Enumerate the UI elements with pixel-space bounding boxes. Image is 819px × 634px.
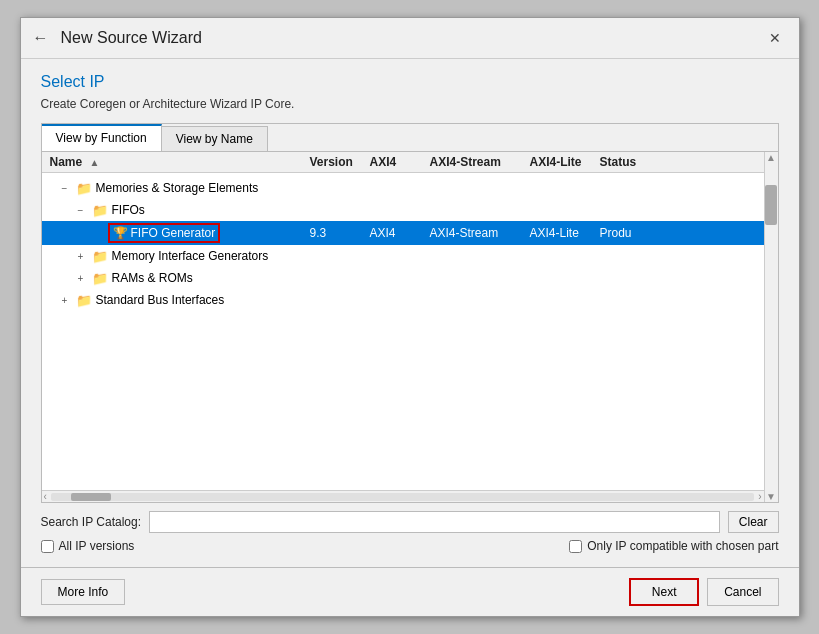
main-dialog: ← New Source Wizard ✕ Select IP Create C… xyxy=(20,17,800,617)
horizontal-scrollbar[interactable]: ‹ › xyxy=(42,490,764,502)
only-compatible-label[interactable]: Only IP compatible with chosen part xyxy=(569,539,778,553)
item-icon: 🏆 xyxy=(113,226,128,240)
footer-right: Next Cancel xyxy=(629,578,778,606)
col-axi4stream: AXI4-Stream xyxy=(426,155,526,169)
folder-icon: 📁 xyxy=(76,293,92,308)
title-bar: ← New Source Wizard ✕ xyxy=(21,18,799,59)
panel-inner: Name ▲ Version AXI4 AXI4-Stream AXI4-Lit… xyxy=(42,152,764,502)
back-button[interactable]: ← xyxy=(33,29,49,47)
folder-icon: 📁 xyxy=(92,249,108,264)
col-name: Name ▲ xyxy=(46,155,306,169)
search-input[interactable] xyxy=(149,511,720,533)
table-row-fifo-generator[interactable]: 🏆 FIFO Generator 9.3 AXI4 AXI4-Stream AX… xyxy=(42,221,764,245)
folder-icon: 📁 xyxy=(92,271,108,286)
expand-icon: − xyxy=(78,205,88,216)
all-ip-versions-label[interactable]: All IP versions xyxy=(41,539,135,553)
footer-left: More Info xyxy=(41,579,126,605)
row-label: Memory Interface Generators xyxy=(112,249,269,263)
table-row[interactable]: + 📁 RAMs & ROMs xyxy=(42,267,764,289)
next-button[interactable]: Next xyxy=(629,578,699,606)
row-label: Memories & Storage Elements xyxy=(96,181,259,195)
tab-view-by-name[interactable]: View by Name xyxy=(162,126,268,151)
tree-body: − 📁 Memories & Storage Elements xyxy=(42,177,764,311)
h-scroll-thumb xyxy=(71,493,111,501)
col-axi4lite: AXI4-Lite xyxy=(526,155,596,169)
tree-area[interactable]: − 📁 Memories & Storage Elements xyxy=(42,173,764,490)
only-compatible-checkbox[interactable] xyxy=(569,540,582,553)
col-axi4: AXI4 xyxy=(366,155,426,169)
tab-view-by-function[interactable]: View by Function xyxy=(42,124,162,151)
panel-body: Name ▲ Version AXI4 AXI4-Stream AXI4-Lit… xyxy=(42,152,778,502)
expand-icon: + xyxy=(78,273,88,284)
col-version: Version xyxy=(306,155,366,169)
table-row[interactable]: + 📁 Standard Bus Interfaces xyxy=(42,289,764,311)
table-row[interactable]: − 📁 Memories & Storage Elements xyxy=(42,177,764,199)
table-row[interactable]: − 📁 FIFOs xyxy=(42,199,764,221)
close-button[interactable]: ✕ xyxy=(763,28,787,48)
clear-button[interactable]: Clear xyxy=(728,511,779,533)
expand-icon: + xyxy=(78,251,88,262)
section-title: Select IP xyxy=(41,73,779,91)
row-label: RAMs & ROMs xyxy=(112,271,193,285)
row-status: Produ xyxy=(596,226,760,240)
folder-icon: 📁 xyxy=(92,203,108,218)
dialog-title: New Source Wizard xyxy=(61,29,202,47)
section-description: Create Coregen or Architecture Wizard IP… xyxy=(41,97,779,111)
row-label: Standard Bus Interfaces xyxy=(96,293,225,307)
vertical-scrollbar[interactable]: ▲ ▼ xyxy=(764,152,778,502)
folder-icon: 📁 xyxy=(76,181,92,196)
all-ip-versions-checkbox[interactable] xyxy=(41,540,54,553)
search-row: Search IP Catalog: Clear xyxy=(41,511,779,533)
row-axi4: AXI4 xyxy=(366,226,426,240)
v-scroll-thumb xyxy=(765,185,777,225)
table-row[interactable]: + 📁 Memory Interface Generators xyxy=(42,245,764,267)
expand-icon: − xyxy=(62,183,72,194)
expand-icon: + xyxy=(62,295,72,306)
col-status: Status xyxy=(596,155,760,169)
more-info-button[interactable]: More Info xyxy=(41,579,126,605)
ip-panel: View by Function View by Name Name ▲ Ver… xyxy=(41,123,779,503)
row-axi4lite: AXI4-Lite xyxy=(526,226,596,240)
row-label: FIFO Generator xyxy=(131,226,216,240)
content-area: Select IP Create Coregen or Architecture… xyxy=(21,59,799,567)
checkbox-row: All IP versions Only IP compatible with … xyxy=(41,539,779,553)
search-label: Search IP Catalog: xyxy=(41,515,142,529)
title-bar-left: ← New Source Wizard xyxy=(33,29,202,47)
row-axi4stream: AXI4-Stream xyxy=(426,226,526,240)
cancel-button[interactable]: Cancel xyxy=(707,578,778,606)
table-header: Name ▲ Version AXI4 AXI4-Stream AXI4-Lit… xyxy=(42,152,764,173)
dialog-footer: More Info Next Cancel xyxy=(21,567,799,616)
tab-bar: View by Function View by Name xyxy=(42,124,778,152)
h-scroll-track xyxy=(51,493,754,501)
row-label: FIFOs xyxy=(112,203,145,217)
row-version: 9.3 xyxy=(306,226,366,240)
